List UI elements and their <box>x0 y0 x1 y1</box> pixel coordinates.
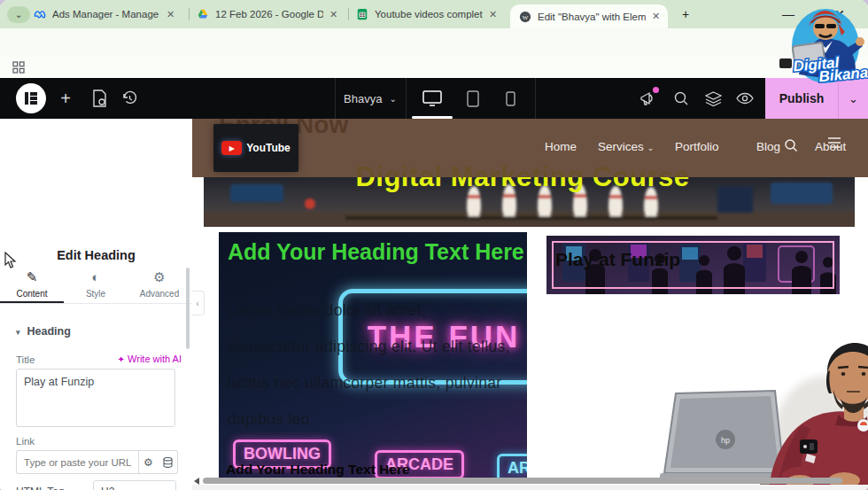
desktop-icon <box>422 90 442 106</box>
mouse-cursor <box>4 252 17 269</box>
link-input[interactable] <box>16 450 139 474</box>
presenter-webcam-overlay: hp <box>578 340 868 490</box>
chevron-left-icon: ‹ <box>196 298 199 308</box>
caret-down-icon: ▾ <box>165 487 169 490</box>
document-switcher[interactable]: Bhavya ⌄ <box>344 78 397 119</box>
nav-item-services[interactable]: Services⌄ <box>598 140 654 153</box>
browser-tab-bar: ⌄ Ads Manager - Manage ads - C ✕ 12 Feb … <box>0 0 868 28</box>
write-with-ai-button[interactable]: ✦ Write with AI <box>0 354 182 364</box>
publish-split-button: Publish ⌄ <box>765 78 868 119</box>
document-name: Bhavya <box>344 92 382 105</box>
site-logo[interactable]: ▶ YouTube <box>213 124 298 172</box>
bookmarks-bar <box>0 57 868 78</box>
selected-heading-widget[interactable]: Play at Funzip <box>546 236 840 294</box>
window-bottom-edge <box>192 485 868 490</box>
page-settings-button[interactable] <box>89 78 110 119</box>
heading-section-toggle[interactable]: ▾Heading <box>16 325 71 338</box>
browser-toolbar: ← → ⟳ startupsabha.com/wp-admin/post.php… <box>0 28 868 57</box>
close-icon[interactable]: ✕ <box>167 9 174 20</box>
browser-tab-sheets[interactable]: Youtube videos complete topic ✕ <box>356 0 505 28</box>
selected-heading-text[interactable]: Play at Funzip <box>555 249 680 270</box>
horizontal-scrollbar[interactable] <box>203 478 842 484</box>
panel-title: Edit Heading <box>0 248 192 262</box>
tab-label: Style <box>64 289 128 299</box>
lorem-line: consectetur adipiscing elit. Ut elit tel… <box>228 338 510 356</box>
history-button[interactable] <box>119 78 140 119</box>
panel-collapse-button[interactable]: ‹ <box>191 291 205 315</box>
tab-divider <box>348 8 349 20</box>
nav-item-blog[interactable]: Blog <box>756 140 780 153</box>
tablet-icon <box>467 90 479 107</box>
html-tag-select[interactable]: H2 ▾ <box>93 480 176 490</box>
elementor-menu-button[interactable] <box>16 78 46 119</box>
browser-tab-elementor-active[interactable]: W Edit "Bhavya" with Elementor ✕ <box>510 4 668 28</box>
divider <box>406 78 407 119</box>
tab-content[interactable]: ✎ Content <box>0 269 64 299</box>
close-icon[interactable]: ✕ <box>489 9 497 20</box>
apps-grid-icon[interactable] <box>12 61 25 74</box>
dynamic-tags-button[interactable] <box>158 450 178 474</box>
device-tablet-button[interactable] <box>455 78 491 119</box>
add-element-button[interactable]: + <box>55 78 76 119</box>
structure-button[interactable] <box>700 78 726 119</box>
tab-advanced[interactable]: ⚙ Advanced <box>128 269 191 299</box>
page-canvas[interactable]: Enroll Now <box>192 119 868 490</box>
search-icon <box>784 138 798 152</box>
meta-icon <box>34 8 46 20</box>
browser-tab-ads-manager[interactable]: Ads Manager - Manage ads - C ✕ <box>34 0 186 28</box>
divider <box>335 78 336 119</box>
preview-button[interactable] <box>732 78 758 119</box>
gear-icon: ⚙ <box>143 456 153 469</box>
lorem-line: Lorem ipsum dolor sit amet, <box>228 301 426 320</box>
left-green-heading[interactable]: Add Your Heading Text Here <box>228 239 524 265</box>
tab-search-button[interactable]: ⌄ <box>7 6 30 23</box>
close-icon[interactable]: ✕ <box>652 11 660 22</box>
svg-text:hp: hp <box>721 436 730 445</box>
bottom-heading[interactable]: Add Your Heading Text Here <box>226 462 410 478</box>
divider <box>535 78 536 119</box>
tab-style[interactable]: ◐ Style <box>64 269 128 299</box>
site-search-button[interactable] <box>784 138 798 152</box>
eye-icon <box>736 92 754 105</box>
panel-scrollbar[interactable] <box>186 268 190 349</box>
search-icon <box>673 90 689 106</box>
nav-item-portfolio[interactable]: Portfolio <box>675 140 719 153</box>
youtube-play-icon: ▶ <box>221 141 242 155</box>
html-tag-value: H2 <box>101 486 114 490</box>
site-menu-button[interactable] <box>826 136 842 149</box>
style-icon: ◐ <box>64 269 128 285</box>
whats-new-button[interactable] <box>634 78 661 119</box>
plus-icon: + <box>60 89 71 109</box>
hamburger-icon <box>826 136 842 149</box>
tab-title: Ads Manager - Manage ads - C <box>52 9 160 19</box>
left-image-column[interactable]: THE FUN Add Your Heading Text Here Lorem… <box>219 232 527 482</box>
link-options-button[interactable]: ⚙ <box>138 450 159 474</box>
brand-name: YouTube <box>246 142 291 154</box>
close-icon[interactable]: ✕ <box>329 9 337 20</box>
wordpress-icon: W <box>519 11 531 23</box>
publish-options-button[interactable]: ⌄ <box>839 78 868 119</box>
title-input[interactable]: Play at Funzip <box>16 369 175 427</box>
browser-tab-google-drive[interactable]: 12 Feb 2026 - Google Drive ✕ <box>197 0 345 28</box>
scroll-left-arrow[interactable] <box>194 478 199 485</box>
google-drive-icon <box>197 8 209 20</box>
tab-title: 12 Feb 2026 - Google Drive <box>215 9 323 19</box>
chevron-down-icon: ⌄ <box>389 94 396 104</box>
document-settings-icon <box>92 89 107 107</box>
pencil-icon: ✎ <box>0 269 64 285</box>
device-mobile-button[interactable] <box>494 78 526 119</box>
history-icon <box>121 90 138 107</box>
dynamic-tags-icon <box>163 457 173 468</box>
google-sheets-icon <box>356 8 368 20</box>
watermark-text-2: Bikana <box>818 64 868 83</box>
layers-icon <box>705 91 722 106</box>
publish-button[interactable]: Publish <box>765 78 838 119</box>
mobile-icon <box>506 91 515 106</box>
tab-divider <box>189 8 190 20</box>
thumbs-up <box>856 37 864 46</box>
new-tab-button[interactable]: + <box>675 4 696 25</box>
device-desktop-button[interactable] <box>413 78 452 119</box>
nav-item-home[interactable]: Home <box>545 140 577 153</box>
finder-search-button[interactable] <box>668 78 694 119</box>
digital-bikana-watermark: Digital Bikana <box>772 2 868 83</box>
